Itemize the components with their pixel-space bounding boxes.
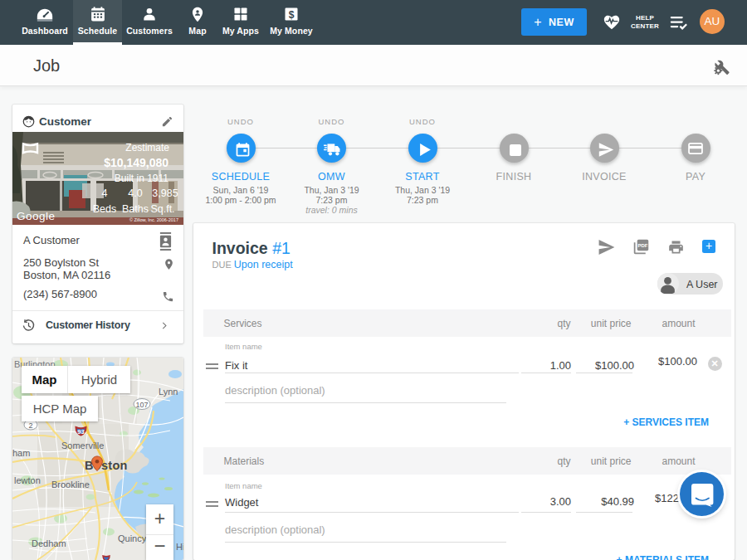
svg-text:93: 93 bbox=[77, 428, 84, 436]
svg-text:2: 2 bbox=[28, 421, 32, 430]
svg-text:PDF: PDF bbox=[638, 243, 648, 248]
svg-text:lewton: lewton bbox=[14, 475, 41, 485]
svg-text:Somerville: Somerville bbox=[61, 441, 104, 450]
svg-text:107: 107 bbox=[135, 401, 148, 409]
svg-text:Lynn: Lynn bbox=[159, 387, 178, 397]
svg-text:Sq.ft.: Sq.ft. bbox=[150, 203, 174, 215]
svg-text:Dedham: Dedham bbox=[32, 538, 66, 548]
svg-text:3,985: 3,985 bbox=[152, 187, 178, 199]
svg-text:4.0: 4.0 bbox=[128, 187, 142, 199]
svg-text:Beds: Beds bbox=[93, 203, 117, 215]
svg-text:Boston: Boston bbox=[85, 459, 128, 472]
svg-text:ham: ham bbox=[12, 448, 30, 458]
svg-text:Built in 1911: Built in 1911 bbox=[115, 173, 168, 184]
svg-text:$10,149,080: $10,149,080 bbox=[104, 156, 168, 169]
svg-text:Brookline: Brookline bbox=[51, 480, 90, 489]
svg-text:4: 4 bbox=[102, 187, 108, 199]
svg-text:Hi: Hi bbox=[176, 542, 183, 552]
svg-text:© Zillow, Inc. 2006-2017: © Zillow, Inc. 2006-2017 bbox=[129, 217, 178, 222]
svg-text:Zestimate: Zestimate bbox=[125, 142, 169, 153]
svg-text:$: $ bbox=[289, 9, 295, 21]
svg-text:Google: Google bbox=[17, 210, 56, 222]
svg-text:Baths: Baths bbox=[122, 203, 149, 215]
svg-text:Quincy: Quincy bbox=[118, 533, 147, 543]
